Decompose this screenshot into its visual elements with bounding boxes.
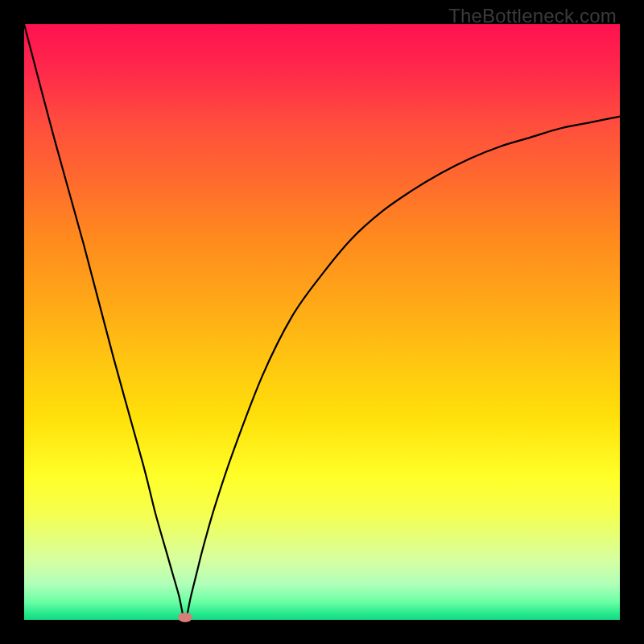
plot-area xyxy=(24,24,620,620)
optimum-marker xyxy=(178,613,192,622)
watermark-text: TheBottleneck.com xyxy=(448,5,617,27)
bottleneck-curve xyxy=(24,24,620,620)
chart-frame: TheBottleneck.com xyxy=(0,0,644,644)
